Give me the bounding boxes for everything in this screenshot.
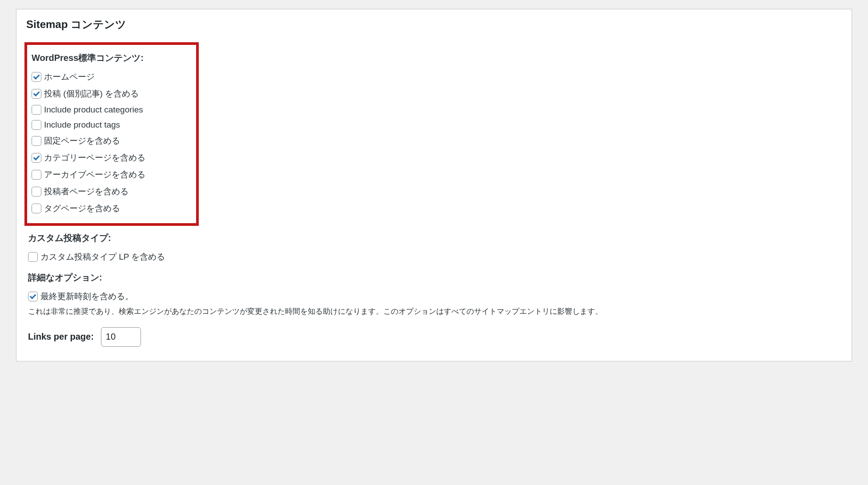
standard-item-row: ホームページ bbox=[32, 68, 192, 85]
links-per-page-row: Links per page: bbox=[28, 327, 842, 347]
standard-item-row: 投稿 (個別記事) を含める bbox=[32, 85, 192, 102]
advanced-item-checkbox-0[interactable] bbox=[28, 292, 38, 301]
standard-item-checkbox-2[interactable] bbox=[32, 105, 41, 115]
standard-item-checkbox-0[interactable] bbox=[32, 72, 41, 82]
standard-item-label-1[interactable]: 投稿 (個別記事) を含める bbox=[44, 88, 139, 100]
advanced-options-section: 詳細なオプション: 最終更新時刻を含める。 これは非常に推奨であり、検索エンジン… bbox=[26, 272, 842, 347]
panel-title: Sitemap コンテンツ bbox=[26, 17, 842, 32]
custom-post-types-section: カスタム投稿タイプ: カスタム投稿タイプ LP を含める bbox=[26, 232, 842, 265]
standard-item-label-3[interactable]: Include product tags bbox=[44, 120, 120, 130]
advanced-options-list: 最終更新時刻を含める。 bbox=[28, 288, 842, 305]
standard-item-checkbox-3[interactable] bbox=[32, 120, 41, 130]
standard-content-highlight: WordPress標準コンテンツ: ホームページ投稿 (個別記事) を含めるIn… bbox=[24, 42, 199, 226]
links-per-page-label: Links per page: bbox=[28, 332, 94, 342]
standard-item-checkbox-1[interactable] bbox=[32, 89, 41, 99]
standard-item-row: アーカイブページを含める bbox=[32, 166, 192, 183]
standard-item-label-4[interactable]: 固定ページを含める bbox=[44, 135, 120, 147]
standard-item-label-7[interactable]: 投稿者ページを含める bbox=[44, 186, 129, 197]
standard-item-row: カテゴリーページを含める bbox=[32, 149, 192, 166]
standard-item-checkbox-6[interactable] bbox=[32, 170, 41, 180]
advanced-item-label-0[interactable]: 最終更新時刻を含める。 bbox=[40, 291, 133, 302]
standard-content-heading: WordPress標準コンテンツ: bbox=[32, 52, 192, 64]
advanced-options-heading: 詳細なオプション: bbox=[28, 272, 842, 284]
custom-item-checkbox-0[interactable] bbox=[28, 252, 38, 262]
standard-item-row: タグページを含める bbox=[32, 200, 192, 217]
standard-item-label-8[interactable]: タグページを含める bbox=[44, 203, 120, 214]
advanced-item-row: 最終更新時刻を含める。 bbox=[28, 288, 842, 305]
custom-item-row: カスタム投稿タイプ LP を含める bbox=[28, 249, 842, 265]
standard-item-checkbox-5[interactable] bbox=[32, 153, 41, 163]
standard-item-label-5[interactable]: カテゴリーページを含める bbox=[44, 152, 145, 164]
custom-item-label-0[interactable]: カスタム投稿タイプ LP を含める bbox=[40, 251, 165, 263]
standard-item-checkbox-8[interactable] bbox=[32, 204, 41, 213]
standard-item-label-6[interactable]: アーカイブページを含める bbox=[44, 169, 145, 180]
standard-item-row: Include product categories bbox=[32, 102, 192, 117]
standard-item-row: 固定ページを含める bbox=[32, 132, 192, 149]
standard-content-list: ホームページ投稿 (個別記事) を含めるInclude product cate… bbox=[32, 68, 192, 217]
sitemap-content-panel: Sitemap コンテンツ WordPress標準コンテンツ: ホームページ投稿… bbox=[16, 9, 852, 361]
standard-item-row: 投稿者ページを含める bbox=[32, 183, 192, 200]
links-per-page-input[interactable] bbox=[101, 327, 141, 347]
advanced-description: これは非常に推奨であり、検索エンジンがあなたのコンテンツが変更された時間を知る助… bbox=[28, 306, 842, 317]
custom-post-types-heading: カスタム投稿タイプ: bbox=[28, 232, 842, 244]
standard-item-checkbox-7[interactable] bbox=[32, 187, 41, 196]
standard-item-row: Include product tags bbox=[32, 117, 192, 132]
standard-item-checkbox-4[interactable] bbox=[32, 136, 41, 146]
custom-post-types-list: カスタム投稿タイプ LP を含める bbox=[28, 249, 842, 265]
standard-item-label-2[interactable]: Include product categories bbox=[44, 105, 143, 115]
standard-item-label-0[interactable]: ホームページ bbox=[44, 71, 95, 83]
